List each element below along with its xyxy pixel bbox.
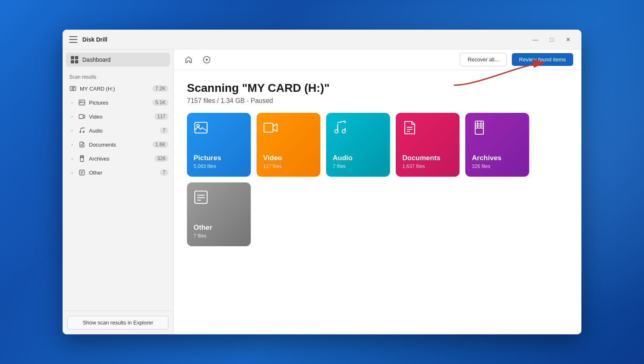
sidebar-item-video[interactable]: › Video 117 bbox=[63, 110, 173, 124]
svg-rect-6 bbox=[79, 114, 83, 119]
sidebar-other-count: 7 bbox=[160, 169, 168, 176]
video-card-count: 117 files bbox=[263, 163, 282, 169]
drive-icon bbox=[69, 85, 77, 92]
audio-icon bbox=[78, 127, 86, 134]
sidebar-mycard-count: 7.2K bbox=[152, 85, 168, 92]
svg-rect-23 bbox=[264, 123, 273, 132]
chevron-icon: › bbox=[69, 156, 75, 161]
card-archives[interactable]: Archives 326 files bbox=[465, 113, 529, 177]
documents-card-label: Documents bbox=[402, 154, 441, 162]
other-card-count: 7 files bbox=[194, 233, 206, 239]
scan-title: Scanning "MY CARD (H:)" bbox=[187, 82, 568, 95]
sidebar-documents-label: Documents bbox=[89, 142, 149, 148]
sidebar-documents-count: 1.6K bbox=[152, 141, 168, 148]
pictures-card-label: Pictures bbox=[194, 154, 221, 162]
close-button[interactable]: ✕ bbox=[562, 33, 575, 46]
card-documents[interactable]: Documents 1,637 files bbox=[396, 113, 460, 177]
sidebar-item-archives[interactable]: › Archives 326 bbox=[63, 152, 173, 166]
sidebar-other-label: Other bbox=[89, 170, 156, 176]
sidebar-audio-count: 7 bbox=[160, 127, 168, 134]
documents-card-icon bbox=[402, 120, 417, 138]
sidebar-item-documents[interactable]: › Documents 1.6K bbox=[63, 138, 173, 152]
show-scan-results-button[interactable]: Show scan results in Explorer bbox=[68, 316, 168, 329]
app-window: Disk Drill — □ ✕ Dashboard Scan results bbox=[63, 30, 581, 334]
svg-point-25 bbox=[342, 130, 345, 133]
sidebar-item-my-card[interactable]: MY CARD (H:) 7.2K bbox=[63, 82, 173, 96]
sidebar: Dashboard Scan results MY CARD (H:) 7.2K bbox=[63, 49, 174, 334]
category-cards: Pictures 5,063 files Video 117 files bbox=[174, 113, 581, 246]
pictures-card-icon bbox=[194, 120, 208, 138]
window-controls: — □ ✕ bbox=[529, 33, 575, 46]
sidebar-item-pictures[interactable]: › Pictures 5.1K bbox=[63, 96, 173, 110]
sidebar-item-other[interactable]: › Other 7 bbox=[63, 166, 173, 180]
chevron-icon: › bbox=[69, 128, 75, 133]
svg-rect-29 bbox=[475, 121, 483, 134]
archives-card-count: 326 files bbox=[472, 163, 490, 169]
sidebar-pictures-label: Pictures bbox=[89, 100, 149, 106]
pictures-card-count: 5,063 files bbox=[194, 163, 216, 169]
main-panel: Recover all... Review found items Scanni… bbox=[174, 49, 581, 334]
minimize-button[interactable]: — bbox=[529, 33, 542, 46]
dashboard-label: Dashboard bbox=[82, 56, 111, 63]
dashboard-icon bbox=[71, 56, 78, 63]
sidebar-archives-count: 326 bbox=[154, 155, 168, 162]
sidebar-video-label: Video bbox=[89, 114, 151, 120]
card-other[interactable]: Other 7 files bbox=[187, 182, 251, 246]
card-pictures[interactable]: Pictures 5,063 files bbox=[187, 113, 251, 177]
video-icon bbox=[78, 113, 86, 120]
content-area: Dashboard Scan results MY CARD (H:) 7.2K bbox=[63, 49, 581, 334]
menu-icon[interactable] bbox=[69, 36, 77, 43]
documents-card-count: 1,637 files bbox=[402, 163, 425, 169]
audio-card-icon bbox=[333, 120, 348, 138]
maximize-button[interactable]: □ bbox=[545, 33, 558, 46]
video-card-icon bbox=[263, 120, 278, 138]
archives-card-label: Archives bbox=[472, 154, 502, 162]
pictures-icon bbox=[78, 99, 86, 106]
titlebar: Disk Drill — □ ✕ bbox=[63, 30, 581, 49]
audio-card-count: 7 files bbox=[333, 163, 345, 169]
sidebar-item-audio[interactable]: › Audio 7 bbox=[63, 124, 173, 138]
toolbar: Recover all... Review found items bbox=[174, 49, 581, 70]
scan-info: Scanning "MY CARD (H:)" 7157 files / 1.3… bbox=[174, 70, 581, 113]
sidebar-archives-label: Archives bbox=[89, 156, 151, 162]
chevron-icon: › bbox=[69, 100, 75, 105]
review-found-button[interactable]: Review found items bbox=[512, 53, 573, 66]
scan-results-label: Scan results bbox=[63, 70, 173, 82]
sidebar-mycard-label: MY CARD (H:) bbox=[80, 86, 149, 92]
app-title: Disk Drill bbox=[82, 36, 529, 43]
svg-rect-3 bbox=[74, 87, 75, 88]
other-card-icon bbox=[194, 190, 208, 208]
archives-card-icon bbox=[472, 120, 487, 138]
recover-all-button[interactable]: Recover all... bbox=[460, 53, 507, 66]
sidebar-item-dashboard[interactable]: Dashboard bbox=[66, 53, 170, 67]
card-video[interactable]: Video 117 files bbox=[257, 113, 320, 177]
other-icon bbox=[78, 169, 86, 176]
documents-icon bbox=[78, 141, 86, 148]
svg-point-8 bbox=[83, 131, 84, 133]
sidebar-footer: Show scan results in Explorer bbox=[63, 310, 173, 334]
sidebar-pictures-count: 5.1K bbox=[152, 99, 168, 106]
svg-rect-21 bbox=[195, 122, 207, 133]
audio-card-label: Audio bbox=[333, 154, 352, 162]
other-card-label: Other bbox=[194, 224, 212, 232]
archives-icon bbox=[78, 155, 86, 162]
sidebar-audio-label: Audio bbox=[89, 128, 156, 134]
play-button[interactable] bbox=[200, 53, 213, 66]
sidebar-video-count: 117 bbox=[154, 113, 168, 120]
home-button[interactable] bbox=[182, 53, 195, 66]
svg-point-7 bbox=[80, 131, 81, 133]
chevron-icon: › bbox=[69, 114, 75, 119]
chevron-icon: › bbox=[69, 142, 75, 147]
card-audio[interactable]: Audio 7 files bbox=[326, 113, 390, 177]
svg-rect-11 bbox=[80, 156, 84, 161]
scan-subtitle: 7157 files / 1.34 GB - Paused bbox=[187, 97, 568, 105]
chevron-icon: › bbox=[69, 170, 75, 175]
video-card-label: Video bbox=[263, 154, 282, 162]
svg-point-2 bbox=[72, 88, 73, 89]
